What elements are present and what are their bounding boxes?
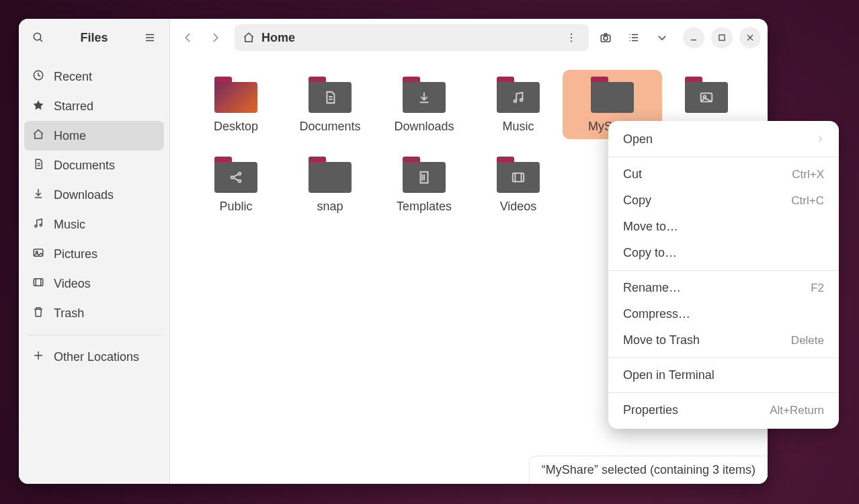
context-menu-separator — [608, 157, 839, 157]
sidebar-item-home[interactable]: Home — [24, 121, 164, 151]
folder-label: Documents — [299, 120, 360, 134]
svg-rect-30 — [719, 35, 725, 40]
folder-item[interactable]: snap — [280, 150, 380, 219]
chevron-right-icon — [816, 132, 824, 146]
svg-point-42 — [239, 180, 241, 183]
context-menu-item-label: Open — [623, 132, 653, 146]
back-button[interactable] — [177, 26, 200, 49]
star-icon — [32, 99, 44, 114]
svg-point-0 — [34, 33, 41, 40]
context-menu-item[interactable]: PropertiesAlt+Return — [608, 397, 839, 423]
svg-line-44 — [233, 178, 238, 181]
sidebar-item-label: Trash — [54, 306, 84, 321]
breadcrumb[interactable]: Home — [235, 24, 589, 51]
sidebar-item-recent[interactable]: Recent — [24, 62, 164, 91]
svg-point-20 — [571, 40, 572, 42]
svg-point-10 — [40, 224, 42, 226]
sidebar-item-music[interactable]: Music — [24, 210, 164, 239]
sidebar-item-downloads[interactable]: Downloads — [24, 180, 164, 210]
context-menu-item-label: Properties — [623, 403, 678, 417]
sidebar-menu-button[interactable] — [138, 26, 161, 49]
context-menu-item-accel: Ctrl+X — [792, 168, 824, 181]
folder-item[interactable]: Desktop — [186, 70, 286, 139]
context-menu-item-accel: Alt+Return — [770, 404, 824, 417]
context-menu-item-label: Compress… — [623, 307, 690, 321]
context-menu-item[interactable]: Open — [608, 126, 839, 153]
sidebar-nav: RecentStarredHomeDocumentsDownloadsMusic… — [19, 56, 169, 484]
app-title: Files — [80, 31, 108, 45]
context-menu-item-label: Rename… — [623, 281, 681, 295]
sidebar-item-videos[interactable]: Videos — [24, 269, 164, 298]
folder-item[interactable]: Downloads — [374, 70, 474, 139]
sidebar-item-label: Starred — [54, 99, 93, 114]
home-icon — [243, 32, 255, 44]
sidebar-separator — [27, 335, 161, 335]
breadcrumb-label: Home — [261, 31, 295, 45]
view-list-button[interactable] — [622, 26, 645, 49]
search-button[interactable] — [27, 26, 50, 49]
folder-item[interactable]: Music — [468, 70, 568, 139]
trash-icon — [32, 306, 44, 321]
folder-item[interactable]: Videos — [468, 150, 568, 219]
screenshot-button[interactable] — [594, 26, 617, 49]
context-menu-separator — [608, 270, 839, 271]
folder-item[interactable]: Documents — [280, 70, 380, 139]
svg-point-28 — [629, 40, 630, 42]
clock-icon — [32, 69, 44, 85]
close-button[interactable] — [739, 27, 761, 48]
context-menu-item[interactable]: Rename…F2 — [608, 275, 839, 301]
minimize-button[interactable] — [683, 27, 704, 48]
folder-icon — [403, 157, 446, 193]
folder-icon — [214, 77, 257, 113]
svg-point-22 — [604, 36, 608, 40]
download-icon — [32, 187, 44, 203]
folder-icon — [685, 77, 728, 113]
folder-item[interactable]: Public — [186, 150, 286, 219]
svg-point-19 — [571, 37, 572, 38]
chevron-down-icon — [656, 32, 668, 44]
camera-icon — [600, 32, 612, 44]
context-menu-item[interactable]: Copy to… — [608, 240, 839, 266]
context-menu-item[interactable]: Open in Terminal — [608, 362, 839, 388]
status-bar: “MyShare” selected (containing 3 items) — [529, 456, 768, 484]
context-menu-item[interactable]: CopyCtrl+C — [608, 187, 839, 214]
sidebar-item-other-locations[interactable]: Other Locations — [24, 342, 164, 372]
context-menu-separator — [608, 358, 839, 358]
context-menu-item[interactable]: Move to… — [608, 214, 839, 240]
context-menu-item-accel: Delete — [791, 334, 824, 347]
kebab-icon — [565, 32, 577, 44]
folder-label: Downloads — [394, 120, 454, 134]
folder-icon — [214, 157, 257, 193]
svg-point-26 — [629, 34, 630, 36]
folder-label: Desktop — [214, 120, 258, 134]
folder-item[interactable]: Templates — [374, 150, 474, 219]
folder-icon — [309, 157, 352, 193]
close-icon — [745, 33, 755, 42]
maximize-button[interactable] — [711, 27, 733, 48]
sidebar-item-pictures[interactable]: Pictures — [24, 239, 164, 269]
sidebar-item-starred[interactable]: Starred — [24, 91, 164, 121]
context-menu-item-accel: F2 — [811, 282, 824, 295]
svg-point-18 — [571, 34, 572, 35]
context-menu-item[interactable]: Compress… — [608, 301, 839, 327]
home-icon — [32, 128, 44, 144]
chevron-right-icon — [209, 32, 221, 44]
forward-button[interactable] — [204, 26, 227, 49]
context-menu-item[interactable]: Move to TrashDelete — [608, 327, 839, 353]
breadcrumb-menu-button[interactable] — [562, 28, 581, 47]
svg-point-41 — [239, 173, 241, 175]
nav-arrows — [177, 26, 227, 49]
list-icon — [628, 32, 640, 44]
sidebar-item-documents[interactable]: Documents — [24, 151, 164, 180]
picture-icon — [32, 247, 44, 262]
sidebar-item-label: Music — [54, 218, 85, 232]
sidebar-item-label: Recent — [54, 70, 92, 84]
sidebar-item-label: Videos — [54, 277, 91, 291]
folder-label: Public — [219, 200, 252, 214]
hamburger-icon — [144, 32, 156, 44]
view-menu-button[interactable] — [651, 26, 673, 49]
context-menu-separator — [608, 392, 839, 393]
sidebar-item-trash[interactable]: Trash — [24, 298, 164, 328]
context-menu-item-label: Move to… — [623, 220, 678, 234]
context-menu-item[interactable]: CutCtrl+X — [608, 161, 839, 187]
